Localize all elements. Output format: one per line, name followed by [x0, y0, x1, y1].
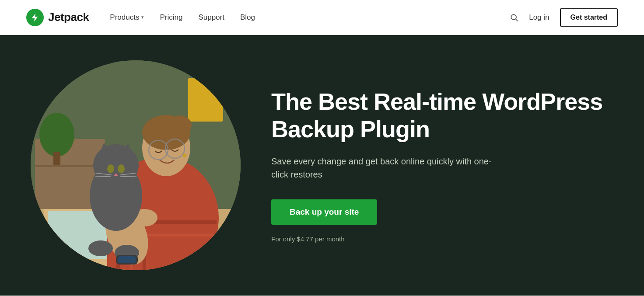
search-button[interactable] [510, 13, 518, 22]
cta-backup-button[interactable]: Back up your site [271, 199, 377, 225]
hero-illustration [31, 60, 241, 270]
nav-support[interactable]: Support [198, 13, 224, 22]
nav-products[interactable]: Products ▾ [110, 13, 144, 22]
header-actions: Log in Get started [510, 8, 618, 27]
chevron-down-icon: ▾ [141, 14, 144, 20]
hero-subtitle: Save every change and get back online qu… [271, 155, 499, 181]
svg-point-39 [88, 240, 113, 256]
hero-content: The Best Real-time WordPress Backup Plug… [245, 62, 644, 268]
nav-blog[interactable]: Blog [240, 13, 255, 22]
login-button[interactable]: Log in [529, 13, 549, 22]
hero-image-area [0, 43, 245, 288]
nav-pricing[interactable]: Pricing [160, 13, 182, 22]
svg-rect-8 [53, 152, 60, 165]
svg-point-32 [107, 164, 114, 173]
get-started-button[interactable]: Get started [560, 8, 618, 27]
svg-point-33 [118, 164, 125, 173]
svg-point-27 [183, 154, 186, 157]
hero-section: The Best Real-time WordPress Backup Plug… [0, 35, 644, 296]
svg-line-1 [516, 19, 518, 21]
hero-image-circle [31, 60, 241, 270]
svg-point-0 [511, 14, 517, 20]
hero-cta-area: Back up your site For only $4.77 per mon… [271, 199, 609, 243]
svg-point-23 [167, 115, 192, 135]
svg-rect-4 [188, 78, 223, 122]
svg-point-7 [39, 113, 74, 157]
logo-icon [26, 9, 44, 26]
main-nav: Products ▾ Pricing Support Blog [110, 13, 510, 22]
svg-point-29 [93, 144, 139, 186]
hero-title: The Best Real-time WordPress Backup Plug… [271, 88, 609, 142]
logo-link[interactable]: Jetpack [26, 9, 89, 26]
svg-line-38 [120, 176, 136, 177]
logo-text: Jetpack [48, 10, 89, 24]
svg-rect-42 [118, 256, 136, 263]
jetpack-bolt-icon [30, 13, 40, 22]
price-note: For only $4.77 per month [271, 235, 609, 243]
site-header: Jetpack Products ▾ Pricing Support Blog … [0, 0, 644, 35]
search-icon [510, 13, 518, 22]
svg-line-36 [95, 176, 111, 177]
